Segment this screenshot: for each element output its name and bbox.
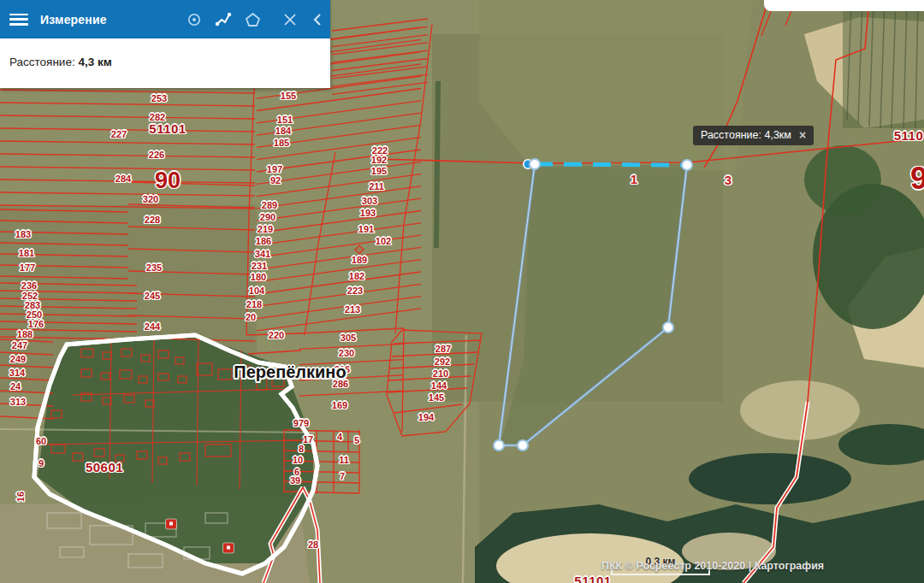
map-label-227[interactable]: 227 (111, 130, 127, 139)
map-label-197[interactable]: 197 (267, 165, 282, 174)
map-label-50601[interactable]: 50601 (86, 461, 123, 474)
map-label-287[interactable]: 287 (435, 344, 451, 354)
polygon-measure-icon[interactable] (241, 9, 264, 31)
map-attribution: ПКК © Росреестр 2010-2020 | Картография (601, 560, 824, 572)
map-label-151[interactable]: 151 (277, 115, 293, 125)
map-label-10[interactable]: 10 (293, 456, 303, 465)
map-poi-icon[interactable] (166, 520, 176, 529)
map-label-5[interactable]: 5 (354, 436, 359, 445)
collapse-panel-icon[interactable] (306, 9, 329, 31)
point-measure-icon[interactable] (183, 9, 205, 31)
map-label-194[interactable]: 194 (418, 413, 434, 422)
map-label-102[interactable]: 102 (376, 237, 391, 246)
map-label-145[interactable]: 145 (429, 393, 444, 403)
map-label-231[interactable]: 231 (252, 262, 267, 271)
menu-icon[interactable] (9, 14, 28, 26)
distance-label: Расстояние: (9, 56, 75, 68)
map-label-90[interactable]: 90 (155, 169, 181, 192)
map-label-218[interactable]: 218 (246, 300, 262, 309)
cadastral-map-app: 2531552825110122715118418522622219219792… (0, 0, 924, 583)
map-label-213[interactable]: 213 (345, 305, 360, 315)
map-label-247[interactable]: 247 (12, 341, 27, 350)
map-label-155[interactable]: 155 (281, 91, 296, 101)
map-label-181[interactable]: 181 (19, 249, 34, 258)
map-label-245[interactable]: 245 (145, 292, 160, 301)
map-label-226[interactable]: 226 (149, 150, 164, 160)
map-label-9[interactable]: 9 (910, 163, 924, 194)
map-label-219[interactable]: 219 (258, 225, 273, 234)
map-label-144[interactable]: 144 (431, 381, 447, 391)
map-label-290[interactable]: 290 (260, 213, 275, 222)
map-label-11[interactable]: 11 (339, 456, 349, 465)
map-label-236[interactable]: 236 (21, 281, 37, 291)
distance-value: 4,3 км (78, 56, 111, 68)
map-label-177[interactable]: 177 (20, 263, 35, 273)
map-label-292[interactable]: 292 (435, 357, 450, 367)
measurement-tooltip-text: Расстояние: 4,3км (701, 129, 791, 141)
map-label-39[interactable]: 39 (290, 476, 300, 486)
search-bar-remnant (764, 0, 924, 11)
map-label-193[interactable]: 193 (360, 209, 376, 218)
map-label-28[interactable]: 28 (308, 540, 318, 550)
map-label-182[interactable]: 182 (349, 272, 364, 281)
map-label-313[interactable]: 313 (10, 398, 26, 407)
map-label-188[interactable]: 188 (17, 330, 33, 339)
map-label-230[interactable]: 230 (339, 349, 354, 358)
distance-result: Расстояние: 4,3 км (9, 56, 112, 68)
map-label-305[interactable]: 305 (341, 333, 356, 343)
map-label-244[interactable]: 244 (145, 322, 160, 332)
map-label-9[interactable]: 9 (38, 459, 44, 468)
map-label-51101[interactable]: 51101 (574, 574, 611, 583)
map-label-211[interactable]: 211 (369, 182, 384, 191)
map-label-192[interactable]: 192 (371, 156, 387, 165)
map-label-320[interactable]: 320 (143, 195, 158, 204)
map-poi-icon[interactable] (223, 544, 234, 553)
map-label-51101[interactable]: 51101 (149, 122, 186, 135)
map-label-186[interactable]: 186 (256, 237, 271, 246)
map-label-16: 16 (16, 492, 26, 502)
map-label-8[interactable]: 8 (299, 445, 304, 454)
map-label-253[interactable]: 253 (151, 94, 167, 103)
map-label-249[interactable]: 249 (10, 355, 26, 364)
map-label-1[interactable]: 1 (631, 173, 637, 186)
tooltip-close-icon[interactable]: × (799, 129, 806, 141)
map-label-191[interactable]: 191 (358, 225, 374, 234)
close-icon[interactable] (279, 9, 301, 31)
map-label-284[interactable]: 284 (116, 174, 131, 184)
map-label-5110[interactable]: 5110 (894, 129, 924, 142)
map-label-184[interactable]: 184 (275, 127, 291, 136)
panel-title: Измерение (40, 13, 107, 26)
map-label-20[interactable]: 20 (246, 313, 256, 322)
measurement-tooltip: Расстояние: 4,3км × (693, 126, 814, 145)
map-label-4[interactable]: 4 (337, 433, 342, 442)
map-label-17[interactable]: 17 (303, 435, 313, 445)
map-label-223[interactable]: 223 (347, 286, 363, 296)
map-label-185[interactable]: 185 (274, 138, 289, 148)
map-label-979[interactable]: 979 (293, 419, 309, 428)
map-label-303[interactable]: 303 (362, 197, 377, 206)
map-label-195[interactable]: 195 (371, 167, 387, 176)
map-label-3[interactable]: 3 (725, 174, 732, 186)
map-label-104[interactable]: 104 (249, 286, 264, 296)
map-label-341[interactable]: 341 (255, 250, 270, 259)
map-label-220[interactable]: 220 (269, 331, 284, 340)
measure-result-panel: Расстояние: 4,3 км (0, 38, 330, 88)
map-label-24[interactable]: 24 (10, 382, 21, 392)
map-label-92[interactable]: 92 (270, 176, 281, 186)
map-label-189[interactable]: 189 (352, 256, 367, 265)
map-label-210[interactable]: 210 (433, 369, 448, 379)
map-label-235[interactable]: 235 (146, 263, 162, 273)
map-label-183[interactable]: 183 (15, 230, 31, 239)
map-label-180[interactable]: 180 (251, 273, 266, 282)
measure-panel-header: Измерение (0, 0, 330, 38)
map-label-176[interactable]: 176 (28, 320, 44, 329)
map-label-228[interactable]: 228 (145, 215, 160, 225)
map-label-60[interactable]: 60 (36, 437, 46, 446)
map-label-314[interactable]: 314 (9, 368, 25, 378)
map-label-7[interactable]: 7 (340, 472, 345, 481)
polyline-measure-icon[interactable] (212, 9, 234, 31)
map-label-169[interactable]: 169 (332, 401, 347, 410)
place-label-perepelkino: Перепёлкино (234, 363, 346, 380)
map-label-289[interactable]: 289 (262, 201, 277, 210)
